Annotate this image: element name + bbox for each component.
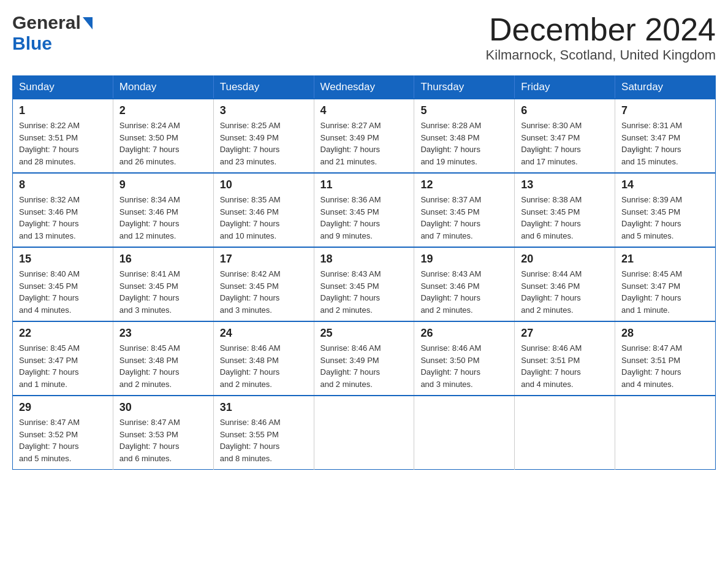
calendar-cell: 1 Sunrise: 8:22 AMSunset: 3:51 PMDayligh… xyxy=(13,99,113,173)
calendar-cell: 18 Sunrise: 8:43 AMSunset: 3:45 PMDaylig… xyxy=(314,247,414,321)
calendar-cell: 6 Sunrise: 8:30 AMSunset: 3:47 PMDayligh… xyxy=(515,99,615,173)
day-number: 21 xyxy=(621,253,709,266)
calendar-cell: 2 Sunrise: 8:24 AMSunset: 3:50 PMDayligh… xyxy=(113,99,213,173)
weekday-header-thursday: Thursday xyxy=(414,76,515,99)
day-info: Sunrise: 8:45 AMSunset: 3:47 PMDaylight:… xyxy=(19,342,107,390)
logo-triangle-icon xyxy=(83,17,93,29)
calendar-cell: 8 Sunrise: 8:32 AMSunset: 3:46 PMDayligh… xyxy=(13,173,113,247)
calendar-cell: 19 Sunrise: 8:43 AMSunset: 3:46 PMDaylig… xyxy=(414,247,515,321)
day-number: 24 xyxy=(220,327,308,340)
calendar-cell: 11 Sunrise: 8:36 AMSunset: 3:45 PMDaylig… xyxy=(314,173,414,247)
day-info: Sunrise: 8:22 AMSunset: 3:51 PMDaylight:… xyxy=(19,120,107,167)
weekday-header-monday: Monday xyxy=(113,76,213,99)
calendar-cell: 15 Sunrise: 8:40 AMSunset: 3:45 PMDaylig… xyxy=(13,247,113,321)
day-number: 18 xyxy=(320,253,408,266)
day-info: Sunrise: 8:31 AMSunset: 3:47 PMDaylight:… xyxy=(621,120,709,167)
weekday-header-wednesday: Wednesday xyxy=(314,76,414,99)
day-number: 16 xyxy=(119,253,207,266)
day-number: 28 xyxy=(621,327,709,340)
day-number: 6 xyxy=(521,104,609,117)
calendar-cell xyxy=(414,396,515,470)
calendar-header-row: SundayMondayTuesdayWednesdayThursdayFrid… xyxy=(13,76,716,99)
calendar-cell: 12 Sunrise: 8:37 AMSunset: 3:45 PMDaylig… xyxy=(414,173,515,247)
calendar-cell: 27 Sunrise: 8:46 AMSunset: 3:51 PMDaylig… xyxy=(515,321,615,396)
day-number: 8 xyxy=(19,178,107,191)
day-number: 11 xyxy=(320,178,408,191)
day-number: 12 xyxy=(420,178,508,191)
calendar-cell: 23 Sunrise: 8:45 AMSunset: 3:48 PMDaylig… xyxy=(113,321,213,396)
day-number: 19 xyxy=(420,253,508,266)
calendar-cell: 28 Sunrise: 8:47 AMSunset: 3:51 PMDaylig… xyxy=(615,321,716,396)
calendar-week-row: 15 Sunrise: 8:40 AMSunset: 3:45 PMDaylig… xyxy=(13,247,716,321)
calendar-cell: 3 Sunrise: 8:25 AMSunset: 3:49 PMDayligh… xyxy=(213,99,314,173)
weekday-header-sunday: Sunday xyxy=(13,76,113,99)
calendar-cell: 17 Sunrise: 8:42 AMSunset: 3:45 PMDaylig… xyxy=(213,247,314,321)
day-info: Sunrise: 8:47 AMSunset: 3:51 PMDaylight:… xyxy=(621,342,709,390)
calendar-cell xyxy=(615,396,716,470)
calendar-cell: 16 Sunrise: 8:41 AMSunset: 3:45 PMDaylig… xyxy=(113,247,213,321)
calendar-cell: 26 Sunrise: 8:46 AMSunset: 3:50 PMDaylig… xyxy=(414,321,515,396)
day-number: 5 xyxy=(420,104,508,117)
day-number: 13 xyxy=(521,178,609,191)
day-info: Sunrise: 8:34 AMSunset: 3:46 PMDaylight:… xyxy=(119,194,207,242)
calendar-cell: 7 Sunrise: 8:31 AMSunset: 3:47 PMDayligh… xyxy=(615,99,716,173)
title-block: December 2024 Kilmarnock, Scotland, Unit… xyxy=(486,12,716,63)
day-info: Sunrise: 8:47 AMSunset: 3:53 PMDaylight:… xyxy=(119,416,207,464)
page-header: General Blue December 2024 Kilmarnock, S… xyxy=(12,12,716,63)
calendar-week-row: 1 Sunrise: 8:22 AMSunset: 3:51 PMDayligh… xyxy=(13,99,716,173)
calendar-table: SundayMondayTuesdayWednesdayThursdayFrid… xyxy=(12,75,716,470)
day-info: Sunrise: 8:24 AMSunset: 3:50 PMDaylight:… xyxy=(119,120,207,167)
day-number: 14 xyxy=(621,178,709,191)
day-number: 9 xyxy=(119,178,207,191)
day-number: 29 xyxy=(19,401,107,414)
day-number: 26 xyxy=(420,327,508,340)
calendar-cell: 13 Sunrise: 8:38 AMSunset: 3:45 PMDaylig… xyxy=(515,173,615,247)
logo: General Blue xyxy=(12,12,93,54)
weekday-header-tuesday: Tuesday xyxy=(213,76,314,99)
calendar-cell: 24 Sunrise: 8:46 AMSunset: 3:48 PMDaylig… xyxy=(213,321,314,396)
location-text: Kilmarnock, Scotland, United Kingdom xyxy=(486,47,716,63)
logo-blue-text: Blue xyxy=(12,33,52,53)
calendar-week-row: 29 Sunrise: 8:47 AMSunset: 3:52 PMDaylig… xyxy=(13,396,716,470)
weekday-header-friday: Friday xyxy=(515,76,615,99)
calendar-cell: 14 Sunrise: 8:39 AMSunset: 3:45 PMDaylig… xyxy=(615,173,716,247)
day-info: Sunrise: 8:46 AMSunset: 3:49 PMDaylight:… xyxy=(320,342,408,390)
day-info: Sunrise: 8:46 AMSunset: 3:50 PMDaylight:… xyxy=(420,342,508,390)
calendar-cell: 29 Sunrise: 8:47 AMSunset: 3:52 PMDaylig… xyxy=(13,396,113,470)
day-info: Sunrise: 8:45 AMSunset: 3:48 PMDaylight:… xyxy=(119,342,207,390)
day-info: Sunrise: 8:28 AMSunset: 3:48 PMDaylight:… xyxy=(420,120,508,167)
day-info: Sunrise: 8:37 AMSunset: 3:45 PMDaylight:… xyxy=(420,194,508,242)
day-info: Sunrise: 8:47 AMSunset: 3:52 PMDaylight:… xyxy=(19,416,107,464)
day-number: 23 xyxy=(119,327,207,340)
day-info: Sunrise: 8:45 AMSunset: 3:47 PMDaylight:… xyxy=(621,268,709,316)
day-number: 17 xyxy=(220,253,308,266)
calendar-cell: 20 Sunrise: 8:44 AMSunset: 3:46 PMDaylig… xyxy=(515,247,615,321)
day-info: Sunrise: 8:43 AMSunset: 3:46 PMDaylight:… xyxy=(420,268,508,316)
weekday-header-saturday: Saturday xyxy=(615,76,716,99)
calendar-cell: 30 Sunrise: 8:47 AMSunset: 3:53 PMDaylig… xyxy=(113,396,213,470)
day-info: Sunrise: 8:27 AMSunset: 3:49 PMDaylight:… xyxy=(320,120,408,167)
day-number: 31 xyxy=(220,401,308,414)
day-number: 27 xyxy=(521,327,609,340)
day-number: 3 xyxy=(220,104,308,117)
month-title: December 2024 xyxy=(486,12,716,47)
calendar-cell: 31 Sunrise: 8:46 AMSunset: 3:55 PMDaylig… xyxy=(213,396,314,470)
logo-general-text: General xyxy=(12,12,81,33)
calendar-cell: 4 Sunrise: 8:27 AMSunset: 3:49 PMDayligh… xyxy=(314,99,414,173)
day-info: Sunrise: 8:35 AMSunset: 3:46 PMDaylight:… xyxy=(220,194,308,242)
day-info: Sunrise: 8:36 AMSunset: 3:45 PMDaylight:… xyxy=(320,194,408,242)
day-info: Sunrise: 8:46 AMSunset: 3:55 PMDaylight:… xyxy=(220,416,308,464)
calendar-cell: 5 Sunrise: 8:28 AMSunset: 3:48 PMDayligh… xyxy=(414,99,515,173)
calendar-cell: 9 Sunrise: 8:34 AMSunset: 3:46 PMDayligh… xyxy=(113,173,213,247)
day-number: 10 xyxy=(220,178,308,191)
day-info: Sunrise: 8:38 AMSunset: 3:45 PMDaylight:… xyxy=(521,194,609,242)
day-info: Sunrise: 8:46 AMSunset: 3:48 PMDaylight:… xyxy=(220,342,308,390)
day-info: Sunrise: 8:40 AMSunset: 3:45 PMDaylight:… xyxy=(19,268,107,316)
day-number: 25 xyxy=(320,327,408,340)
calendar-cell xyxy=(515,396,615,470)
day-info: Sunrise: 8:43 AMSunset: 3:45 PMDaylight:… xyxy=(320,268,408,316)
day-number: 7 xyxy=(621,104,709,117)
calendar-week-row: 8 Sunrise: 8:32 AMSunset: 3:46 PMDayligh… xyxy=(13,173,716,247)
day-number: 15 xyxy=(19,253,107,266)
day-number: 2 xyxy=(119,104,207,117)
